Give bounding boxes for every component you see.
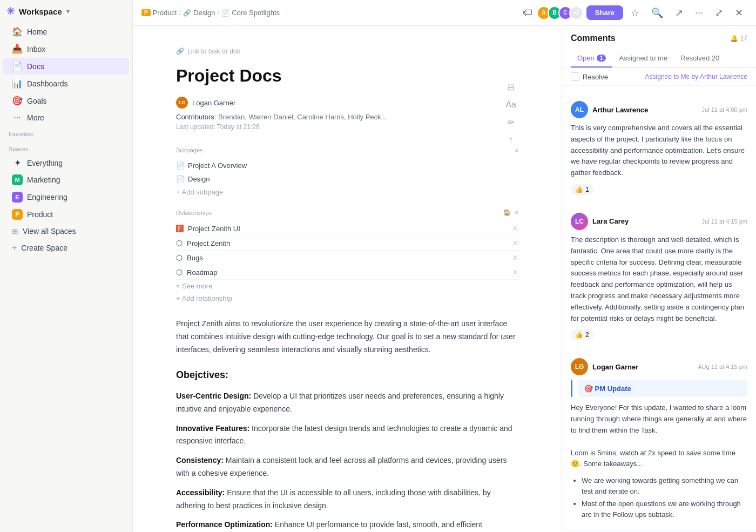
link-to-task-button[interactable]: 🔗 Link to task or doc xyxy=(176,48,503,55)
docs-icon: 📄 xyxy=(12,61,23,71)
sidebar-item-docs[interactable]: 📄 Docs xyxy=(3,58,129,75)
see-more-icon: ▾ xyxy=(176,282,180,290)
sidebar-item-everything[interactable]: ✦ Everything xyxy=(3,155,129,171)
rel-name-2: Bugs xyxy=(187,254,512,262)
sidebar-item-label: Inbox xyxy=(27,45,45,53)
sidebar-item-label: Docs xyxy=(27,62,44,71)
doc-updated: Last updated: Today at 21:28 xyxy=(176,123,503,131)
plus-icon: + xyxy=(12,243,17,253)
more-options-button[interactable]: ··· xyxy=(691,5,707,21)
see-more-button[interactable]: ▾ See more xyxy=(176,280,518,292)
rel-item-2: ⬡ Bugs ✕ xyxy=(176,251,518,265)
goals-icon: 🎯 xyxy=(12,96,23,106)
create-space-button[interactable]: + Create Space xyxy=(3,240,129,256)
close-button[interactable]: ✕ xyxy=(731,5,747,21)
sidebar-item-goals[interactable]: 🎯 Goals xyxy=(3,92,129,109)
link-icon: 🔗 xyxy=(176,48,184,55)
view-all-icon: ⊞ xyxy=(12,227,18,235)
comments-panel: Comments 🔔 17 Open 1 Assigned to me xyxy=(562,26,756,532)
sidebar-item-product[interactable]: P Product xyxy=(3,206,129,223)
resolve-button[interactable]: Resolve xyxy=(571,72,608,81)
rel-close-0[interactable]: ✕ xyxy=(512,224,518,233)
sidebar-item-label: Everything xyxy=(27,159,63,167)
assigned-to-label[interactable]: Assigned to Me by Arthur Lawrence xyxy=(645,73,747,80)
reaction-1-0[interactable]: 👍 2 xyxy=(571,329,593,340)
sidebar-item-engineering[interactable]: E Engineering xyxy=(3,189,129,205)
create-space-label: Create Space xyxy=(21,244,68,252)
marketing-badge: M xyxy=(12,174,23,185)
subpage-icon: 📄 xyxy=(176,175,185,183)
design-crumb-icon: 🔗 xyxy=(183,9,191,17)
relationship-home-icon[interactable]: 🏠 xyxy=(503,209,511,216)
reaction-count-0-0: 1 xyxy=(585,186,589,193)
objective-0: User-Centric Design: Develop a UI that p… xyxy=(176,390,518,416)
objective-1-bold: Innovative Features: xyxy=(176,424,249,433)
share-doc-button[interactable]: ↑ xyxy=(503,133,518,147)
objective-0-bold: User-Centric Design: xyxy=(176,392,251,400)
edit-button[interactable]: ✏ xyxy=(503,115,518,130)
rel-name-1: Project Zenith xyxy=(187,239,512,247)
relationship-options-icon[interactable]: ≡ xyxy=(515,209,518,216)
bullet-1: Most of the open questions we are workin… xyxy=(582,499,747,520)
avatar-more: +7 xyxy=(569,6,583,20)
comment-date-0: Jul 11 at 4:00 pm xyxy=(702,106,747,113)
sidebar-item-dashboards[interactable]: 📊 Dashboards xyxy=(3,75,129,92)
workspace-icon: ✳ xyxy=(6,5,15,17)
sidebar: ✳ Workspace ▾ 🏠 Home 📥 Inbox 📄 Docs 📊 Da… xyxy=(0,0,133,532)
reaction-0-0[interactable]: 👍 1 xyxy=(571,184,593,195)
share-button[interactable]: Share xyxy=(586,5,623,20)
tab-open-label: Open xyxy=(577,54,595,62)
expand-button[interactable]: ⤢ xyxy=(711,5,727,21)
comment-date-2: AUg 11 at 4:15 pm xyxy=(698,363,747,370)
tab-resolved[interactable]: Resolved 20 xyxy=(674,50,726,68)
comments-notification[interactable]: 🔔 17 xyxy=(730,35,747,42)
rel-close-1[interactable]: ✕ xyxy=(512,239,518,247)
comments-header: Comments 🔔 17 Open 1 Assigned to me xyxy=(562,26,756,68)
add-subpage-button[interactable]: + Add subpage xyxy=(176,186,518,198)
subpages-options-icon[interactable]: ≡ xyxy=(515,147,518,153)
export-button[interactable]: ↗ xyxy=(671,5,687,21)
bullet-0: We are working towards getting something… xyxy=(582,475,747,496)
sidebar-item-marketing[interactable]: M Marketing xyxy=(3,172,129,188)
view-all-spaces-label: View all Spaces xyxy=(23,227,76,235)
breadcrumb-design[interactable]: 🔗 Design xyxy=(183,9,215,17)
topbar-actions: 🏷 A B C +7 Share ☆ 🔍 ↗ ··· ⤢ ✕ xyxy=(518,5,747,21)
tab-open[interactable]: Open 1 xyxy=(571,50,612,68)
tags-button[interactable]: 🏷 xyxy=(518,5,537,21)
breadcrumb-sep-2: / xyxy=(218,9,220,17)
contributors-list: Brendan, Warren Daniel, Caroline Harris,… xyxy=(218,113,387,121)
search-button[interactable]: 🔍 xyxy=(647,5,667,21)
subpage-item-design[interactable]: 📄 Design xyxy=(176,172,518,186)
breadcrumb-product[interactable]: P Product xyxy=(141,9,177,17)
view-all-spaces-button[interactable]: ⊞ View all Spaces xyxy=(3,224,129,239)
subpage-item-project-a[interactable]: 📄 Project A Overview xyxy=(176,159,518,172)
workspace-header[interactable]: ✳ Workspace ▾ xyxy=(0,0,132,23)
content-area: 🔗 Link to task or doc Project Docs LG Lo… xyxy=(133,26,756,532)
spaces-label: Spaces xyxy=(0,142,132,154)
sidebar-item-more[interactable]: ··· More xyxy=(3,110,129,126)
rel-close-3[interactable]: ✕ xyxy=(512,268,518,277)
objective-2-bold: Consistency: xyxy=(176,456,224,464)
resolve-label: Resolve xyxy=(583,73,608,81)
author-name: Logan Garner xyxy=(192,99,235,107)
sidebar-item-home[interactable]: 🏠 Home xyxy=(3,23,129,40)
comment-avatar-2: LG xyxy=(571,358,588,375)
topbar-ellipsis: ··· xyxy=(284,9,290,17)
rel-item-1: ⬡ Project Zenith ✕ xyxy=(176,236,518,251)
rel-close-2[interactable]: ✕ xyxy=(512,253,518,262)
comment-bullets-2: We are working towards getting something… xyxy=(571,475,747,520)
sidebar-item-label: Marketing xyxy=(27,176,60,184)
star-button[interactable]: ☆ xyxy=(626,5,644,21)
layout-button[interactable]: ⊟ xyxy=(503,80,518,95)
sidebar-item-label: Home xyxy=(27,28,47,36)
comment-date-1: Jul 11 at 4:15 pm xyxy=(702,218,747,225)
breadcrumb-sep-1: / xyxy=(179,9,181,17)
text-style-button[interactable]: Aa xyxy=(503,98,518,112)
add-relationship-button[interactable]: + Add relationship xyxy=(176,292,518,305)
sidebar-item-inbox[interactable]: 📥 Inbox xyxy=(3,41,129,57)
tab-assigned[interactable]: Assigned to me xyxy=(612,50,674,68)
github-icon-3: ⬡ xyxy=(176,268,183,277)
resolve-checkbox[interactable] xyxy=(571,72,579,81)
subpage-label: Design xyxy=(188,175,210,183)
breadcrumb-core-spotlights[interactable]: 📄 Core Spotlights xyxy=(221,9,280,17)
